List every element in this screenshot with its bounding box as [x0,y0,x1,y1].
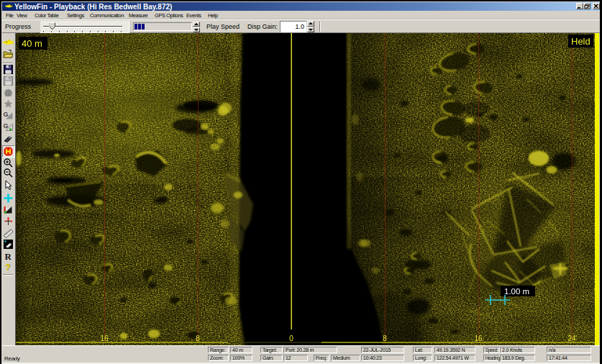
svg-text:Held: Held [571,36,590,47]
svg-text:8: 8 [196,335,200,342]
svg-text:?: ? [5,263,10,273]
svg-text:0: 0 [289,335,293,342]
svg-text:R: R [5,251,12,262]
svg-text:G: G [4,111,9,118]
svg-text:1.00 m: 1.00 m [504,287,529,296]
svg-text:8: 8 [383,335,387,342]
svg-text:16: 16 [474,335,483,342]
svg-text:40 m: 40 m [22,38,42,49]
svg-text:16: 16 [100,335,109,342]
svg-text:24: 24 [567,335,576,342]
